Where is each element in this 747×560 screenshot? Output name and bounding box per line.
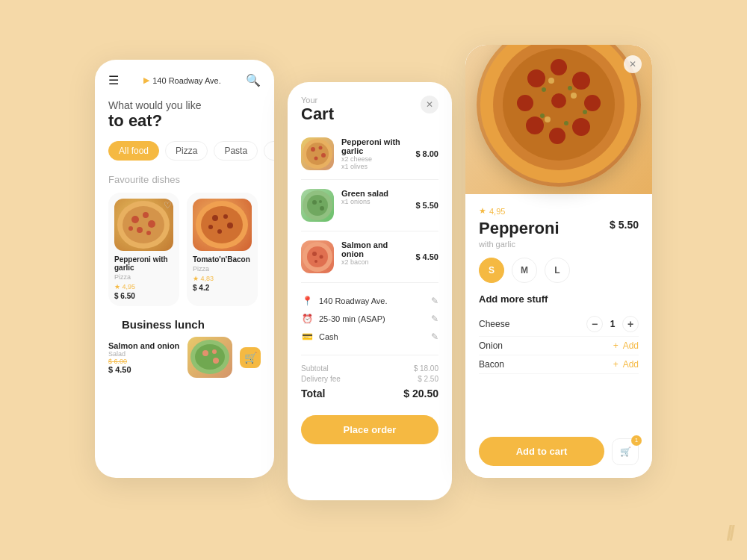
rating-value: 4,95 [489, 207, 505, 216]
subtotal-value: $ 18.00 [414, 364, 438, 373]
delivery-fee-value: $ 2.50 [418, 375, 438, 383]
addon-bacon-name: Bacon [479, 359, 613, 370]
cart-thumb-salmon [301, 240, 334, 273]
menu-icon[interactable]: ☰ [108, 73, 119, 87]
cheese-plus-btn[interactable]: + [622, 316, 639, 332]
svg-point-55 [545, 116, 551, 122]
hero-title: to eat? [108, 111, 261, 131]
svg-point-40 [551, 59, 567, 75]
food-item-pepperoni[interactable]: ♡ Pepperoni with garlic Pizza ★ 4,95 $ 6… [108, 193, 179, 306]
pill-all-food[interactable]: All food [108, 141, 159, 161]
cart-item-salmon: Salmon and onion x2 bacon $ 4.50 [288, 234, 452, 279]
svg-point-45 [526, 116, 544, 134]
cart-close-btn[interactable]: ✕ [421, 96, 438, 113]
svg-point-43 [572, 118, 590, 136]
svg-point-41 [572, 72, 590, 90]
payment-method: Cash [319, 332, 425, 341]
food-img-tomato [193, 199, 252, 251]
svg-point-51 [564, 121, 568, 125]
add-to-cart-button[interactable]: Add to cart [479, 437, 604, 466]
svg-point-12 [227, 223, 233, 228]
salad-svg [187, 337, 232, 378]
cart-item-desc1-salad: x1 onions [341, 198, 408, 205]
app-container: ☰ ▶ 140 Roadway Ave. 🔍 What would you li… [0, 30, 747, 530]
top-bar: ☰ ▶ 140 Roadway Ave. 🔍 [95, 60, 274, 95]
addon-onion-controls: + Add [613, 340, 639, 351]
food-name-2: Tomato'n'Bacon [193, 255, 252, 264]
deco-slashes: // [726, 521, 732, 545]
food-name-1: Pepperoni with garlic [114, 255, 173, 272]
cart-count-box[interactable]: 🛒 1 [612, 438, 639, 465]
pill-sushi[interactable]: Sushi [264, 141, 274, 161]
cart-totals: Subtotal $ 18.00 Delivery fee $ 2.50 Tot… [288, 358, 452, 408]
addon-cheese: Cheese − 1 + [479, 312, 639, 337]
delivery-fee-row: Delivery fee $ 2.50 [301, 375, 438, 383]
svg-point-2 [131, 216, 139, 223]
cart-card: Your Cart ✕ Pepperoni with garlic x2 che… [288, 82, 452, 500]
cart-header: Your Cart ✕ [288, 82, 452, 131]
subtotal-label: Subtotal [301, 364, 329, 373]
cart-item-desc1-salmon: x2 bacon [341, 258, 408, 266]
cart-icon: 🛒 [620, 447, 631, 457]
cart-thumb-green [301, 189, 334, 222]
onion-add-btn[interactable]: Add [623, 340, 639, 351]
size-btn-m[interactable]: M [512, 258, 537, 283]
heart-icon[interactable]: ♡ [164, 200, 172, 211]
food-price-2: $ 4.2 [193, 284, 252, 292]
food-price-1: $ 6.50 [114, 292, 173, 300]
pill-pizza[interactable]: Pizza [165, 141, 208, 161]
cart-item-price-salmon: $ 4.50 [415, 252, 438, 261]
size-btn-s[interactable]: S [479, 258, 504, 283]
detail-close-btn[interactable]: ✕ [624, 55, 642, 73]
subtotal-row: Subtotal $ 18.00 [301, 364, 438, 373]
svg-point-32 [307, 246, 328, 267]
svg-point-10 [212, 215, 218, 221]
location-bar: ▶ 140 Roadway Ave. [143, 75, 221, 85]
cart-item-name-salmon: Salmon and onion [341, 240, 408, 258]
cart-title-group: Your Cart [301, 96, 334, 124]
divider-2 [301, 231, 438, 231]
detail-body: ★ 4,95 Pepperoni $ 5.50 with garlic S M … [465, 194, 652, 429]
detail-name: Pepperoni [479, 219, 560, 238]
place-order-button[interactable]: Place order [301, 415, 438, 444]
divider-3 [301, 282, 438, 283]
cheese-minus-btn[interactable]: − [586, 316, 603, 332]
payment-row: 💳 Cash ✎ [301, 328, 438, 346]
cart-item-info-pepperoni: Pepperoni with garlic x2 cheese x1 olive… [341, 137, 408, 170]
food-cat-2: Pizza [193, 265, 252, 273]
business-item-name: Salmon and onion [108, 341, 180, 350]
bacon-add-btn[interactable]: Add [623, 359, 639, 370]
svg-point-52 [540, 113, 545, 118]
svg-point-19 [213, 358, 219, 364]
edit-address-icon[interactable]: ✎ [431, 296, 438, 306]
hero-section: What would you like to eat? [95, 95, 274, 141]
clock-icon: ⏰ [301, 314, 313, 324]
search-icon[interactable]: 🔍 [246, 73, 261, 87]
svg-point-21 [306, 143, 329, 165]
svg-point-44 [549, 128, 565, 144]
svg-point-47 [551, 93, 566, 108]
svg-point-48 [542, 87, 546, 92]
svg-point-22 [311, 147, 315, 152]
business-item-info: Salmon and onion Salad $ 6.00 $ 4.50 [108, 341, 180, 374]
edit-payment-icon[interactable]: ✎ [431, 332, 438, 342]
delivery-address: 140 Roadway Ave. [319, 296, 425, 305]
size-btn-l[interactable]: L [545, 258, 570, 283]
detail-subtitle: with garlic [479, 240, 639, 249]
category-pills: All food Pizza Pasta Sushi [95, 141, 274, 172]
delivery-fee-label: Delivery fee [301, 375, 341, 383]
total-value: $ 20.50 [403, 388, 438, 399]
edit-time-icon[interactable]: ✎ [431, 314, 438, 324]
food-item-tomato[interactable]: Tomato'n'Bacon Pizza ★ 4,83 $ 4.2 [187, 193, 258, 306]
pill-pasta[interactable]: Pasta [214, 141, 258, 161]
business-item-salmon[interactable]: Salmon and onion Salad $ 6.00 $ 4.50 🛒 [108, 337, 261, 378]
cart-item-desc1-pepperoni: x2 cheese [341, 155, 408, 163]
add-to-cart-btn-business[interactable]: 🛒 [240, 347, 261, 368]
svg-point-29 [319, 200, 322, 203]
detail-name-row: Pepperoni $ 5.50 [479, 219, 639, 238]
svg-point-6 [146, 231, 151, 235]
svg-point-3 [143, 212, 149, 218]
delivery-time-row: ⏰ 25-30 min (ASAP) ✎ [301, 310, 438, 328]
addon-onion: Onion + Add [479, 337, 639, 355]
svg-point-34 [320, 255, 323, 259]
